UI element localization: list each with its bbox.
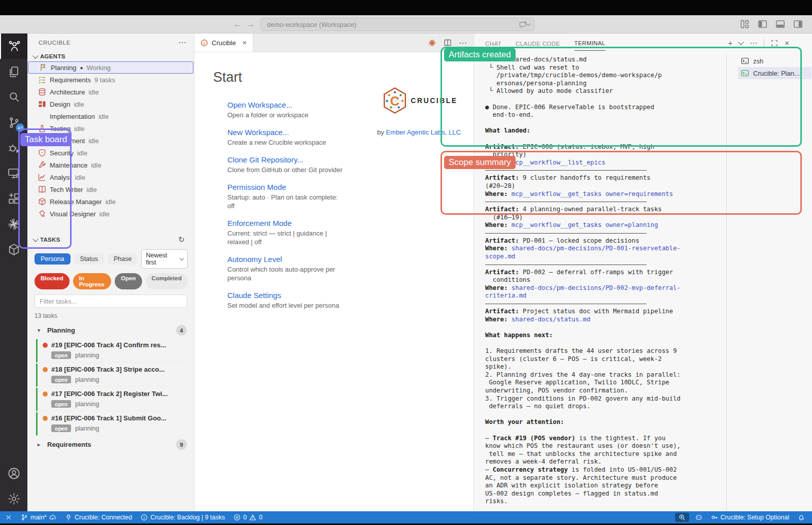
- activitybar-explorer[interactable]: [0, 59, 27, 84]
- chevron-down-icon[interactable]: [526, 21, 530, 25]
- agent-row-implementation[interactable]: Implementationidle: [27, 110, 194, 122]
- agent-name: Deployment: [50, 137, 85, 145]
- start-link-permission-mode[interactable]: Permission Mode: [227, 183, 473, 191]
- wrench-icon: [38, 161, 46, 169]
- agent-row-maintenance[interactable]: Maintenanceidle: [27, 159, 194, 171]
- problems-status[interactable]: 0 0: [233, 514, 262, 521]
- agent-row-architecture[interactable]: Architectureidle: [27, 86, 194, 98]
- copilot-status[interactable]: [695, 514, 702, 521]
- filter-tab-persona[interactable]: Persona: [35, 253, 71, 265]
- terminal-link[interactable]: mcp__workflow__list_epics: [512, 159, 605, 166]
- filter-tab-phase[interactable]: Phase: [108, 253, 138, 265]
- agent-row-analyst[interactable]: Analystidle: [27, 171, 194, 183]
- agent-row-requirements[interactable]: Requirements9 tasks: [27, 74, 194, 86]
- agent-row-design[interactable]: Designidle: [27, 98, 194, 110]
- task-status-dot: [43, 343, 48, 348]
- close-panel-icon[interactable]: ×: [785, 39, 789, 47]
- new-terminal-icon[interactable]: +: [728, 39, 732, 47]
- editor-more-icon[interactable]: ⋯: [459, 38, 467, 48]
- panel-tab-terminal[interactable]: TERMINAL: [574, 35, 605, 51]
- status-pill-blocked[interactable]: Blocked: [35, 273, 70, 289]
- start-link-enforcement-mode[interactable]: Enforcement Mode: [227, 219, 473, 227]
- start-link-autonomy-level[interactable]: Autonomy Level: [227, 255, 473, 264]
- task-item-17[interactable]: #17 [EPIC-006 Track 2] Register Twi...op…: [36, 388, 189, 411]
- crucible-backlog-status[interactable]: Crucible: Backlog | 9 tasks: [141, 514, 225, 521]
- task-item-16[interactable]: #16 [EPIC-006 Track 1] Submit Goo...open…: [36, 412, 189, 436]
- notifications-bell[interactable]: [798, 514, 805, 521]
- panel-tab-claude-code[interactable]: CLAUDE CODE: [516, 36, 560, 51]
- customize-layout-icon[interactable]: [740, 19, 750, 29]
- agent-row-security[interactable]: Securityidle: [27, 147, 194, 159]
- agent-row-deployment[interactable]: Deploymentidle: [27, 135, 194, 147]
- status-pill-open[interactable]: Open: [115, 273, 142, 289]
- terminal-label: zsh: [753, 57, 763, 65]
- activitybar-account[interactable]: [0, 461, 27, 486]
- agent-row-planning[interactable]: Planning●Working: [28, 61, 193, 74]
- panel-more-icon[interactable]: ⋯: [750, 39, 757, 48]
- terminal-instance-crucible-plan-[interactable]: Crucible: Plan...: [738, 67, 811, 79]
- agent-row-visual-designer[interactable]: Visual Designeridle: [27, 208, 194, 220]
- activitybar-remote-explorer[interactable]: [0, 160, 27, 186]
- activitybar-extensions[interactable]: [0, 186, 27, 211]
- agent-status: idle: [106, 198, 116, 206]
- activitybar-run-debug[interactable]: [0, 135, 27, 160]
- crucible-connected-status[interactable]: Crucible: Connected: [65, 514, 132, 521]
- tasks-section-header[interactable]: TASKS ↻: [27, 233, 194, 246]
- status-pill-completed[interactable]: Completed: [146, 273, 188, 289]
- refresh-icon[interactable]: ↻: [178, 235, 185, 244]
- crucible-setup-status[interactable]: Crucible: Setup Optional: [711, 514, 790, 521]
- agent-row-tech-writer[interactable]: Tech Writeridle: [27, 183, 194, 195]
- activitybar-settings[interactable]: [0, 486, 27, 511]
- back-arrow-icon[interactable]: ←: [231, 19, 244, 29]
- start-link-claude-settings[interactable]: Claude Settings: [227, 291, 473, 300]
- terminal-link[interactable]: shared-docs/pm-decisions/PD-002-mvp-defe…: [485, 284, 681, 300]
- activitybar-search[interactable]: [0, 84, 27, 110]
- screencast-zoom-indicator[interactable]: [675, 513, 689, 522]
- panel-tab-chat[interactable]: CHAT: [485, 36, 501, 51]
- agents-people-icon: [8, 40, 21, 53]
- terminal-profile-chevron-icon[interactable]: [738, 39, 744, 45]
- maximize-panel-icon[interactable]: [771, 40, 778, 47]
- status-pill-in-progress[interactable]: In Progress: [73, 273, 111, 289]
- task-group-requirements[interactable]: ▸Requirements9: [27, 437, 194, 452]
- activitybar-source-control[interactable]: 43: [0, 110, 27, 135]
- git-branch-status[interactable]: main*: [21, 514, 56, 521]
- error-icon: [233, 514, 241, 521]
- claude-starburst-icon[interactable]: [428, 39, 436, 47]
- tab-close-icon[interactable]: ×: [243, 39, 247, 47]
- forward-arrow-icon[interactable]: →: [244, 19, 257, 29]
- tab-crucible[interactable]: C Crucible ×: [194, 34, 253, 52]
- terminal-line: Artifact: 4 planning-owned parallel-trac…: [485, 206, 717, 221]
- filter-tasks-input[interactable]: [35, 294, 187, 308]
- activitybar-claude[interactable]: [0, 211, 27, 237]
- terminal-link[interactable]: mcp__workflow__get_tasks owner=planning: [512, 221, 658, 228]
- split-editor-icon[interactable]: [444, 39, 452, 47]
- terminal-line: Artifact: Project status doc with Mermai…: [485, 308, 717, 316]
- task-group-planning[interactable]: ▾Planning4: [27, 322, 194, 338]
- agent-status: idle: [74, 101, 84, 108]
- sort-dropdown[interactable]: Newest first: [141, 249, 188, 269]
- filter-tab-status[interactable]: Status: [74, 253, 104, 265]
- toggle-panel-icon[interactable]: [775, 19, 785, 29]
- terminal-link[interactable]: shared-docs/pm-decisions/PD-001-reservet…: [485, 245, 681, 260]
- terminal-line: ● Done. EPIC-006 ReserveTable is bootstr…: [485, 104, 717, 119]
- terminal-instance-zsh[interactable]: zsh: [738, 55, 811, 67]
- toggle-secondary-sidebar-icon[interactable]: [793, 19, 803, 29]
- start-link-desc: Open a folder or workspace: [227, 111, 343, 119]
- task-item-18[interactable]: #18 [EPIC-006 Track 3] Stripe acco...ope…: [36, 364, 189, 387]
- terminal-link[interactable]: mcp__workflow__get_tasks owner=requireme…: [512, 190, 673, 198]
- agent-row-testing[interactable]: Testingidle: [27, 122, 194, 135]
- sidebar-more-icon[interactable]: ⋯: [178, 38, 187, 47]
- start-link-clone-git-repository-[interactable]: Clone Git Repository...: [227, 155, 473, 164]
- brand-company-link[interactable]: Ember Agentic Labs, LLC: [386, 128, 460, 136]
- terminal-link[interactable]: shared-docs/status.md: [512, 316, 590, 323]
- remote-indicator[interactable]: [5, 514, 12, 521]
- activitybar-crucible-agents[interactable]: [0, 34, 27, 59]
- task-item-19[interactable]: #19 [EPIC-006 Track 4] Confirm res...ope…: [36, 339, 189, 363]
- copilot-chat-icon[interactable]: [519, 21, 527, 28]
- workspace-search-box[interactable]: demo-workspace (Workspace): [260, 18, 534, 31]
- agents-section-header[interactable]: AGENTS: [27, 51, 194, 61]
- agent-row-release-manager[interactable]: Release Manageridle: [27, 195, 194, 208]
- toggle-primary-sidebar-icon[interactable]: [758, 19, 767, 29]
- activitybar-containers[interactable]: [0, 237, 27, 262]
